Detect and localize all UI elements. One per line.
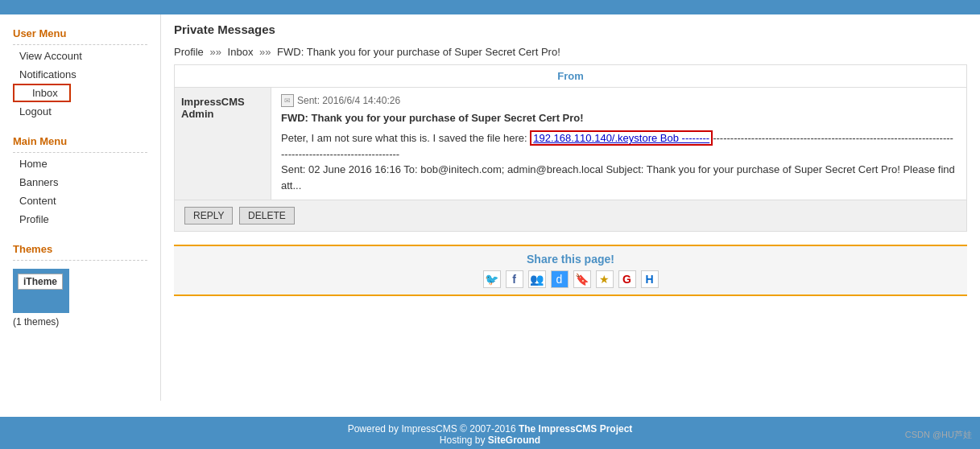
sender-role: Admin: [181, 108, 264, 120]
message-subject: FWD: Thank you for your purchase of Supe…: [281, 112, 957, 124]
sidebar-link-view-account[interactable]: View Account: [0, 47, 160, 65]
share-icon-google[interactable]: G: [618, 270, 636, 288]
share-icons: 🐦 f 👥 d 🔖 ★ G H: [174, 270, 967, 288]
theme-box[interactable]: iTheme: [13, 269, 69, 313]
page-layout: User Menu View Account Notifications Inb…: [0, 14, 980, 401]
sidebar-link-profile[interactable]: Profile: [0, 210, 160, 229]
user-menu-title: User Menu: [0, 23, 160, 43]
share-icon-bookmark[interactable]: 🔖: [573, 270, 591, 288]
breadcrumb-profile[interactable]: Profile: [174, 46, 204, 58]
breadcrumb-current: FWD: Thank you for your purchase of Supe…: [277, 46, 560, 58]
theme-box-label: iTheme: [18, 274, 63, 290]
sidebar-link-inbox[interactable]: Inbox: [13, 84, 71, 102]
share-section: Share this page! 🐦 f 👥 d 🔖 ★ G H: [174, 245, 967, 296]
share-icon-delicious[interactable]: d: [551, 270, 569, 288]
share-title: Share this page!: [174, 253, 967, 266]
sidebar-link-notifications[interactable]: Notifications: [0, 65, 160, 84]
footer-siteground-link[interactable]: SiteGround: [488, 435, 540, 446]
footer-cms-link[interactable]: The ImpressCMS Project: [519, 423, 632, 435]
body-line2: Sent: 02 June 2016 16:16 To: bob@initech…: [281, 163, 955, 192]
main-menu-title: Main Menu: [0, 130, 160, 150]
footer-line2: Hosting by SiteGround: [6, 435, 974, 446]
message-body-row: ImpressCMS Admin ✉ Sent: 2016/6/4 14:40:…: [175, 88, 967, 200]
body-link[interactable]: 192.168.110.140/.keystore Bob --------: [530, 130, 713, 146]
breadcrumb-inbox[interactable]: Inbox: [228, 46, 254, 58]
message-actions-row: REPLY DELETE: [175, 200, 967, 232]
reply-button[interactable]: REPLY: [184, 207, 233, 224]
sidebar-link-logout[interactable]: Logout: [0, 102, 160, 121]
sidebar: User Menu View Account Notifications Inb…: [0, 14, 161, 401]
sidebar-link-banners[interactable]: Banners: [0, 173, 160, 192]
sender-name: ImpressCMS: [181, 96, 264, 108]
main-content: Private Messages Profile »» Inbox »» FWD…: [161, 14, 980, 401]
share-icon-facebook[interactable]: f: [506, 270, 523, 288]
share-icon-myspace[interactable]: 👥: [528, 270, 546, 288]
top-banner: [0, 0, 980, 14]
breadcrumb-sep2: »»: [259, 46, 271, 58]
breadcrumb: Profile »» Inbox »» FWD: Thank you for y…: [174, 46, 967, 58]
watermark: CSDN @HU芦娃: [905, 429, 972, 441]
footer-powered-text: Powered by ImpressCMS © 2007-2016: [348, 423, 519, 435]
themes-title: Themes: [0, 238, 160, 258]
share-bar: Share this page! 🐦 f 👥 d 🔖 ★ G H: [174, 245, 967, 296]
page-title: Private Messages: [174, 23, 967, 36]
message-body: Peter, I am not sure what this is. I sav…: [281, 130, 957, 193]
sidebar-link-home[interactable]: Home: [0, 154, 160, 173]
sender-cell: ImpressCMS Admin: [175, 88, 271, 200]
footer: Powered by ImpressCMS © 2007-2016 The Im…: [0, 417, 980, 449]
from-header: From: [175, 65, 967, 88]
message-table: From ImpressCMS Admin ✉ Sent: 2016/6/4 1…: [174, 64, 967, 232]
footer-hosting-text: Hosting by: [440, 435, 488, 446]
body-part1: Peter, I am not sure what this is. I sav…: [281, 132, 530, 144]
content-cell: ✉ Sent: 2016/6/4 14:40:26 FWD: Thank you…: [271, 88, 967, 200]
share-icon-faves[interactable]: ★: [596, 270, 614, 288]
sent-date: Sent: 2016/6/4 14:40:26: [297, 95, 400, 106]
share-icon-twitter[interactable]: 🐦: [483, 270, 501, 288]
delete-button[interactable]: DELETE: [239, 207, 295, 224]
sent-info: ✉ Sent: 2016/6/4 14:40:26: [281, 94, 957, 107]
themes-count: (1 themes): [13, 316, 147, 327]
sidebar-link-content[interactable]: Content: [0, 192, 160, 210]
share-icon-hi[interactable]: H: [641, 270, 659, 288]
message-header-row: From: [175, 65, 967, 88]
themes-section: iTheme (1 themes): [0, 262, 160, 334]
message-actions: REPLY DELETE: [175, 200, 967, 232]
footer-line1: Powered by ImpressCMS © 2007-2016 The Im…: [6, 423, 974, 435]
breadcrumb-sep1: »»: [209, 46, 221, 58]
sent-icon: ✉: [281, 94, 294, 107]
